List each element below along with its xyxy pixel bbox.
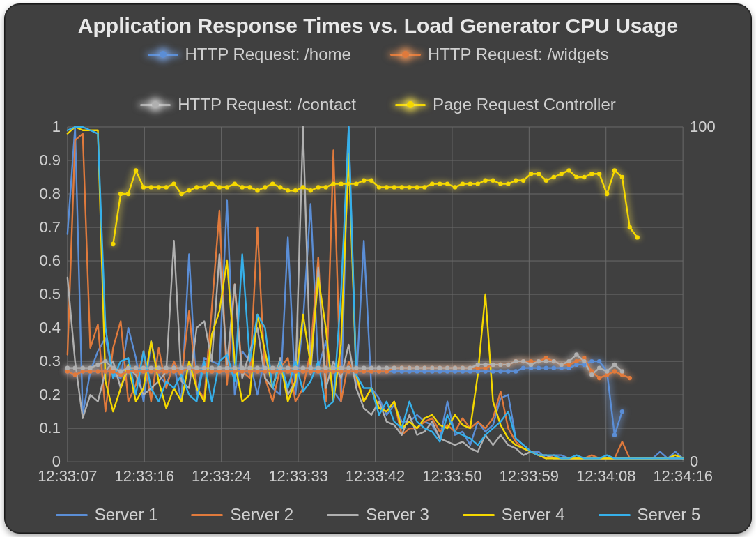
series-marker (491, 363, 495, 367)
x-tick-label: 12:33:16 (115, 467, 174, 485)
series-marker (612, 168, 617, 172)
series-marker (589, 359, 594, 363)
series-marker (498, 369, 502, 373)
series-marker (544, 359, 548, 363)
series-marker (521, 179, 525, 183)
series-marker (187, 366, 191, 370)
y-tick-label: 0.5 (39, 285, 61, 303)
series-marker (233, 366, 237, 370)
legend-label: Server 3 (366, 505, 429, 524)
series-marker (309, 366, 313, 370)
series-marker (399, 185, 403, 189)
series-marker (589, 372, 594, 377)
series-marker (620, 369, 624, 373)
series-marker (171, 181, 176, 186)
y2-tick-label: 100 (690, 121, 716, 135)
series-marker (385, 185, 389, 189)
series-marker (506, 369, 510, 373)
series-marker (270, 181, 275, 186)
series-marker (422, 366, 426, 370)
series-marker (483, 363, 487, 367)
legend-item: HTTP Request: /home (148, 45, 351, 64)
legend-swatch (599, 508, 631, 522)
legend-swatch (191, 508, 223, 522)
series-marker (293, 366, 298, 370)
series-marker (179, 366, 183, 370)
series-marker (438, 366, 442, 370)
chart-title: Application Response Times vs. Load Gene… (5, 4, 751, 38)
series-marker (95, 363, 100, 367)
series-marker (240, 185, 244, 189)
series-marker (612, 369, 617, 373)
series-marker (111, 366, 115, 370)
series-marker (574, 175, 578, 179)
series-marker (126, 192, 130, 196)
legend-label: Server 5 (638, 505, 701, 524)
series-marker (537, 366, 541, 370)
legend-label: Server 2 (230, 505, 293, 524)
series-marker (278, 185, 282, 189)
legend-swatch (327, 508, 359, 522)
series-marker (301, 185, 305, 189)
series-marker (301, 366, 305, 370)
legend-top: HTTP Request: /homeHTTP Request: /widget… (5, 38, 751, 114)
series-marker (620, 175, 624, 179)
series-marker (612, 363, 617, 367)
series-marker (369, 366, 373, 370)
series-marker (164, 185, 168, 189)
series-marker (635, 235, 640, 239)
series-marker (80, 366, 84, 370)
series-marker (407, 185, 411, 189)
x-tick-label: 12:33:33 (268, 467, 327, 485)
series-marker (461, 366, 465, 370)
y-tick-label: 0.4 (39, 319, 61, 336)
legend-label: HTTP Request: /contact (178, 95, 356, 114)
series-marker (544, 179, 548, 183)
x-tick-label: 12:34:16 (653, 467, 712, 485)
x-tick-label: 12:33:42 (346, 467, 405, 485)
y-tick-label: 0.7 (39, 218, 61, 236)
series-marker (194, 366, 199, 370)
legend-label: HTTP Request: /home (185, 45, 351, 64)
series-marker (179, 192, 183, 196)
series-marker (605, 369, 609, 373)
series-marker (369, 179, 373, 183)
series-marker (126, 366, 130, 370)
series-marker (422, 185, 426, 189)
series-marker (73, 372, 77, 377)
series-marker (620, 409, 624, 414)
series-marker (597, 366, 601, 370)
series-marker (339, 181, 343, 186)
series-marker (628, 225, 632, 229)
series-marker (582, 175, 586, 179)
series-marker (597, 359, 601, 363)
legend-item: HTTP Request: /contact (140, 95, 356, 114)
series-marker (438, 181, 442, 186)
series-marker (141, 185, 146, 189)
series-marker (95, 369, 100, 373)
series-marker (263, 185, 267, 189)
series-marker (574, 359, 578, 363)
legend-label: Server 4 (502, 505, 565, 524)
series-marker (263, 366, 267, 370)
series-marker (552, 359, 556, 363)
series-marker (498, 363, 502, 367)
series-marker (134, 168, 138, 172)
series-marker (225, 366, 229, 370)
series-marker (559, 172, 563, 176)
series-marker (194, 185, 199, 189)
y-tick-label: 0.1 (39, 419, 61, 437)
series-marker (399, 366, 403, 370)
series-marker (217, 185, 222, 189)
series-marker (202, 185, 206, 189)
series-marker (514, 359, 518, 363)
series-marker (323, 366, 327, 370)
series-marker (88, 366, 92, 370)
series-marker (354, 366, 358, 370)
legend-item: Server 5 (599, 505, 701, 524)
legend-swatch (56, 508, 88, 522)
y-tick-label: 1 (52, 121, 61, 135)
legend-swatch (148, 46, 178, 63)
series-marker (491, 179, 495, 183)
series-marker (514, 369, 518, 373)
